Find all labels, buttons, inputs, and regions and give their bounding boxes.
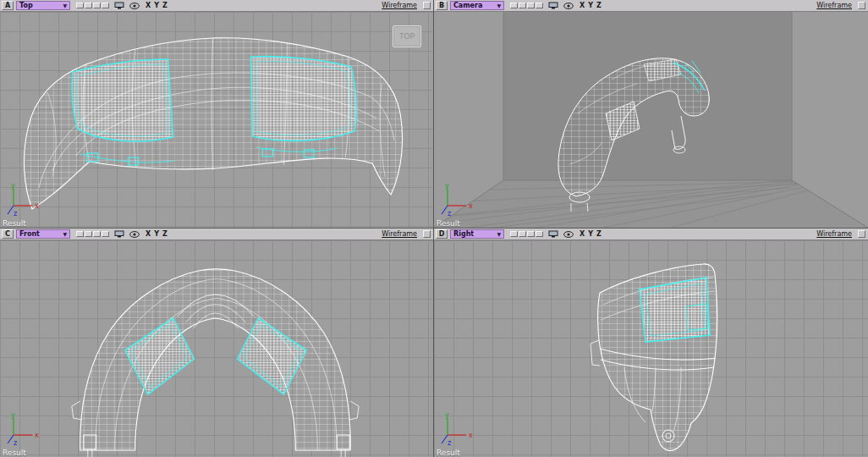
axis-toggle-x[interactable]: X	[146, 2, 151, 9]
shading-mode-menu[interactable]: Wireframe	[816, 230, 852, 238]
view-name-label: Front	[19, 230, 40, 238]
triad-z-label: z	[14, 210, 17, 217]
memo-cam-button[interactable]	[519, 3, 526, 8]
triad-y-label: y	[11, 411, 15, 419]
viewport-canvas-right[interactable]: x y z Result	[434, 240, 868, 457]
memo-cam-button[interactable]	[93, 231, 101, 237]
shading-mode-menu[interactable]: Wireframe	[816, 2, 852, 9]
memo-cam-button[interactable]	[536, 231, 543, 237]
axis-triad: x y z	[5, 182, 42, 217]
shading-mode-menu[interactable]: Wireframe	[382, 230, 417, 238]
view-select-menu[interactable]: Top ▼	[16, 1, 70, 10]
memo-cam-button[interactable]	[527, 3, 535, 8]
memo-cam-button[interactable]	[76, 3, 84, 8]
view-select-menu[interactable]: Right ▼	[450, 229, 504, 239]
memo-cam-button[interactable]	[85, 3, 92, 8]
axis-toggle-z[interactable]: Z	[162, 2, 168, 9]
memo-cam-group	[76, 231, 109, 237]
viewport-front: C Front ▼ X Y Z Wirefra	[0, 228, 433, 457]
triad-z-label: z	[14, 439, 17, 447]
memo-cam-button[interactable]	[85, 231, 92, 237]
axis-toggles: X Y Z	[580, 2, 602, 9]
visibility-eye-icon[interactable]	[129, 231, 140, 238]
chevron-down-icon[interactable]: ▼	[63, 3, 67, 8]
view-name-label: Camera	[453, 2, 482, 9]
viewport-letter-badge[interactable]: A	[2, 1, 14, 10]
result-status: Result	[3, 449, 26, 457]
camera-perspective-scene[interactable]	[434, 12, 868, 228]
memo-cam-button[interactable]	[536, 3, 543, 8]
triad-x-label: x	[35, 202, 39, 210]
axis-toggle-x[interactable]: X	[580, 230, 585, 238]
triad-x-label: x	[469, 432, 473, 439]
viewport-canvas-front[interactable]: x y z Result	[0, 240, 433, 457]
shading-mode-menu[interactable]: Wireframe	[382, 2, 417, 9]
result-status: Result	[437, 449, 460, 457]
memo-cam-button[interactable]	[510, 231, 518, 237]
triad-z-label: z	[448, 439, 451, 447]
visibility-eye-icon[interactable]	[129, 3, 140, 9]
viewport-camera: B Camera ▼ X Y Z Wirefr	[434, 0, 868, 228]
view-name-label: Top	[19, 2, 33, 9]
axis-toggle-y[interactable]: Y	[588, 2, 593, 9]
visibility-eye-icon[interactable]	[563, 231, 574, 238]
viewport-right: D Right ▼ X Y Z Wirefra	[434, 228, 868, 457]
chevron-down-icon[interactable]: ▼	[63, 232, 67, 237]
chevron-down-icon[interactable]: ▼	[497, 232, 501, 237]
axis-triad: x y z	[439, 411, 476, 447]
viewport-canvas-top[interactable]: TOP x y z Result	[0, 12, 433, 228]
memo-cam-group	[76, 3, 109, 8]
axis-toggles: X Y Z	[146, 230, 168, 238]
triad-x-label: x	[35, 432, 39, 439]
memo-cam-button[interactable]	[93, 3, 101, 8]
viewport-resize-box[interactable]	[423, 230, 431, 238]
viewport-resize-box[interactable]	[858, 230, 865, 238]
axis-toggle-z[interactable]: Z	[596, 230, 602, 238]
wireframe-model-front-view[interactable]	[0, 240, 433, 457]
axis-triad: x y z	[5, 411, 42, 447]
chevron-down-icon[interactable]: ▼	[497, 3, 501, 8]
viewport-header-camera: B Camera ▼ X Y Z Wirefr	[434, 0, 868, 12]
axis-toggle-z[interactable]: Z	[162, 230, 168, 238]
view-name-label: Right	[453, 230, 474, 238]
triad-y-label: y	[11, 182, 15, 190]
triad-y-label: y	[445, 182, 449, 190]
memo-cam-button[interactable]	[519, 231, 526, 237]
visibility-eye-icon[interactable]	[563, 3, 574, 9]
display-mode-icon[interactable]	[548, 2, 558, 9]
viewport-header-top: A Top ▼ X Y Z Wireframe	[0, 0, 433, 12]
axis-toggles: X Y Z	[146, 2, 168, 9]
viewport-resize-box[interactable]	[423, 2, 431, 9]
axis-toggle-x[interactable]: X	[146, 230, 151, 238]
viewport-letter-badge[interactable]: B	[436, 1, 448, 10]
display-mode-icon[interactable]	[114, 230, 124, 238]
axis-toggle-x[interactable]: X	[580, 2, 585, 9]
display-mode-icon[interactable]	[548, 230, 558, 238]
axis-toggles: X Y Z	[580, 230, 602, 238]
view-select-menu[interactable]: Front ▼	[16, 229, 70, 239]
axis-toggle-y[interactable]: Y	[588, 230, 593, 238]
viewport-letter-badge[interactable]: D	[436, 229, 448, 239]
memo-cam-button[interactable]	[527, 231, 535, 237]
axis-toggle-z[interactable]: Z	[596, 2, 602, 9]
memo-cam-button[interactable]	[102, 231, 109, 237]
memo-cam-button[interactable]	[510, 3, 518, 8]
wireframe-model-top-view[interactable]	[0, 12, 433, 228]
display-mode-icon[interactable]	[114, 2, 124, 9]
memo-cam-button[interactable]	[102, 3, 109, 8]
wireframe-model-right-view[interactable]	[434, 240, 868, 457]
axis-toggle-y[interactable]: Y	[154, 230, 159, 238]
triad-x-label: x	[469, 202, 473, 210]
top-view-overlay-button[interactable]: TOP	[393, 25, 421, 47]
axis-toggle-y[interactable]: Y	[154, 2, 159, 9]
view-select-menu[interactable]: Camera ▼	[450, 1, 504, 10]
memo-cam-button[interactable]	[76, 231, 84, 237]
viewport-canvas-camera[interactable]: x y z Result	[434, 12, 868, 228]
viewport-header-front: C Front ▼ X Y Z Wirefra	[0, 228, 433, 240]
viewport-resize-box[interactable]	[858, 2, 865, 9]
viewport-letter-badge[interactable]: C	[2, 229, 14, 239]
viewport-header-right: D Right ▼ X Y Z Wirefra	[434, 228, 868, 240]
triad-z-label: z	[448, 210, 451, 217]
memo-cam-group	[510, 231, 543, 237]
viewport-top: A Top ▼ X Y Z Wireframe	[0, 0, 433, 228]
